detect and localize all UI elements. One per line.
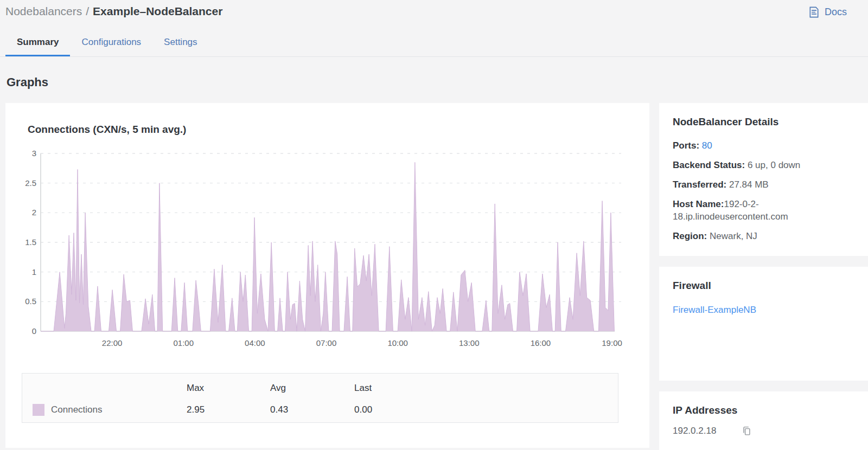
details-card-title: NodeBalancer Details: [673, 116, 856, 128]
tab-configurations[interactable]: Configurations: [70, 37, 152, 56]
y-axis-tick: 3: [32, 149, 36, 158]
nodebalancer-details-card: NodeBalancer Details Ports: 80Backend St…: [659, 103, 868, 256]
page-title: Example–NodeBalancer: [93, 5, 222, 17]
detail-row-region: Region: Newark, NJ: [673, 230, 856, 243]
detail-row-ports: Ports: 80: [673, 140, 856, 152]
detail-row-transferred: Transferred: 27.84 MB: [673, 179, 856, 191]
legend-header-max: Max: [187, 383, 270, 394]
ip-row: 192.0.2.18: [673, 426, 856, 436]
legend-table: Max Avg Last Connections 2.95 0.43 0.00: [22, 373, 618, 423]
y-axis-tick: 0: [32, 326, 36, 336]
legend-series-name: Connections: [51, 404, 103, 415]
legend-data-row: Connections 2.95 0.43 0.00: [22, 398, 618, 421]
x-axis-tick: 19:00: [602, 338, 622, 348]
tab-settings[interactable]: Settings: [152, 37, 208, 56]
ip-addresses-card: IP Addresses 192.0.2.18: [659, 391, 868, 450]
x-axis-tick: 16:00: [531, 338, 551, 348]
x-axis-tick: 13:00: [459, 338, 480, 348]
legend-last-value: 0.00: [354, 404, 618, 415]
port-link[interactable]: 80: [702, 140, 712, 151]
breadcrumb-nodebalancers-link[interactable]: Nodebalancers: [5, 5, 82, 17]
document-icon: [808, 6, 820, 18]
x-axis-tick: 07:00: [316, 338, 337, 348]
x-axis-tick: 04:00: [245, 338, 265, 348]
docs-label: Docs: [825, 7, 847, 18]
ip-address: 192.0.2.18: [673, 426, 716, 436]
legend-header-last: Last: [354, 383, 618, 394]
y-axis-tick: 0.5: [25, 297, 36, 306]
firewall-link[interactable]: Firewall-ExampleNB: [673, 305, 756, 316]
y-axis-tick: 1: [32, 267, 36, 277]
breadcrumb-separator: /: [86, 5, 89, 17]
firewall-card-title: Firewall: [673, 280, 856, 292]
y-axis-tick: 2.5: [25, 178, 36, 188]
y-axis-tick: 2: [32, 208, 36, 217]
tabs-divider: [0, 56, 868, 57]
detail-row-host-name: Host Name:192-0-2-18.ip.linodeuserconten…: [673, 198, 856, 223]
connections-graph-card: Connections (CXN/s, 5 min avg.) 00.511.5…: [5, 103, 649, 448]
detail-row-backend-status: Backend Status: 6 up, 0 down: [673, 159, 856, 172]
connections-swatch: [33, 404, 44, 416]
legend-avg-value: 0.43: [270, 404, 354, 415]
legend-header-row: Max Avg Last: [22, 378, 618, 398]
firewall-card: Firewall Firewall-ExampleNB: [659, 267, 868, 381]
ip-rows: 192.0.2.18: [673, 426, 856, 436]
y-axis-tick: 1.5: [25, 237, 36, 247]
copy-icon[interactable]: [741, 426, 752, 436]
ip-card-title: IP Addresses: [673, 404, 856, 416]
chart-title: Connections (CXN/s, 5 min avg.): [28, 124, 186, 136]
tabs: SummaryConfigurationsSettings: [5, 37, 209, 56]
x-axis-tick: 01:00: [173, 338, 194, 348]
x-axis-tick: 10:00: [387, 338, 408, 348]
tab-summary[interactable]: Summary: [5, 37, 70, 56]
x-axis-tick: 22:00: [102, 338, 123, 348]
docs-link[interactable]: Docs: [808, 6, 847, 18]
graphs-heading: Graphs: [7, 75, 48, 89]
legend-max-value: 2.95: [187, 404, 270, 415]
breadcrumb: Nodebalancers/Example–NodeBalancer: [5, 5, 222, 18]
connections-area-chart: 00.511.522.5322:0001:0004:0007:0010:0013…: [22, 149, 629, 352]
legend-header-avg: Avg: [270, 383, 354, 394]
nodebalancer-summary-page: Nodebalancers/Example–NodeBalancer Docs …: [0, 0, 868, 450]
details-rows: Ports: 80Backend Status: 6 up, 0 downTra…: [673, 140, 856, 243]
legend-series-cell: Connections: [22, 404, 187, 416]
